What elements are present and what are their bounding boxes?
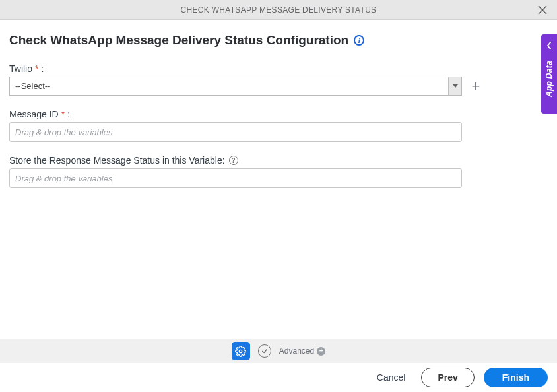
svg-point-3 (240, 350, 242, 352)
app-data-side-tab[interactable]: App Data (541, 34, 557, 114)
content-area: Check WhatsApp Message Delivery Status C… (0, 20, 557, 188)
settings-gear-button[interactable] (232, 342, 250, 360)
chevron-down-icon (448, 77, 461, 95)
twilio-select[interactable]: --Select-- (9, 77, 462, 96)
store-response-field-group: Store the Response Message Status in thi… (9, 155, 548, 188)
page-title: Check WhatsApp Message Delivery Status C… (9, 33, 348, 48)
help-icon[interactable]: ? (229, 156, 238, 165)
side-tab-label: App Data (544, 61, 554, 97)
advanced-toggle[interactable]: Advanced + (279, 346, 325, 356)
chevron-left-icon (546, 41, 552, 51)
cancel-button[interactable]: Cancel (370, 368, 412, 387)
required-indicator: * (61, 109, 65, 119)
svg-marker-2 (453, 84, 458, 88)
message-id-label-text: Message ID (9, 109, 59, 119)
twilio-select-value: --Select-- (10, 81, 448, 91)
add-twilio-button[interactable]: + (470, 81, 482, 92)
bottom-toolbar: Advanced + (0, 339, 557, 363)
store-response-label-text: Store the Response Message Status in thi… (9, 155, 225, 166)
message-id-label: Message ID *: (9, 109, 548, 119)
message-id-input[interactable] (9, 122, 462, 142)
twilio-label: Twilio *: (9, 63, 548, 74)
footer-actions: Cancel Prev Finish (0, 363, 557, 392)
validation-check-button[interactable] (258, 344, 271, 358)
required-indicator: * (35, 63, 38, 74)
prev-button[interactable]: Prev (421, 368, 474, 387)
check-icon (261, 348, 268, 354)
page-title-row: Check WhatsApp Message Delivery Status C… (9, 33, 548, 48)
message-id-field-group: Message ID *: (9, 109, 548, 142)
colon: : (67, 109, 70, 119)
store-response-input[interactable] (9, 168, 462, 188)
modal-title: CHECK WHATSAPP MESSAGE DELIVERY STATUS (181, 5, 377, 15)
info-icon[interactable]: i (354, 35, 364, 46)
close-icon[interactable] (536, 3, 549, 16)
twilio-field-group: Twilio *: --Select-- + (9, 63, 548, 96)
colon: : (41, 63, 44, 74)
plus-circle-icon: + (317, 347, 325, 356)
finish-button[interactable]: Finish (484, 368, 548, 387)
twilio-select-row: --Select-- + (9, 77, 548, 96)
store-response-label: Store the Response Message Status in thi… (9, 155, 548, 166)
gear-icon (235, 346, 246, 357)
modal-header: CHECK WHATSAPP MESSAGE DELIVERY STATUS (0, 0, 557, 20)
twilio-label-text: Twilio (9, 63, 32, 74)
advanced-label-text: Advanced (279, 346, 314, 356)
